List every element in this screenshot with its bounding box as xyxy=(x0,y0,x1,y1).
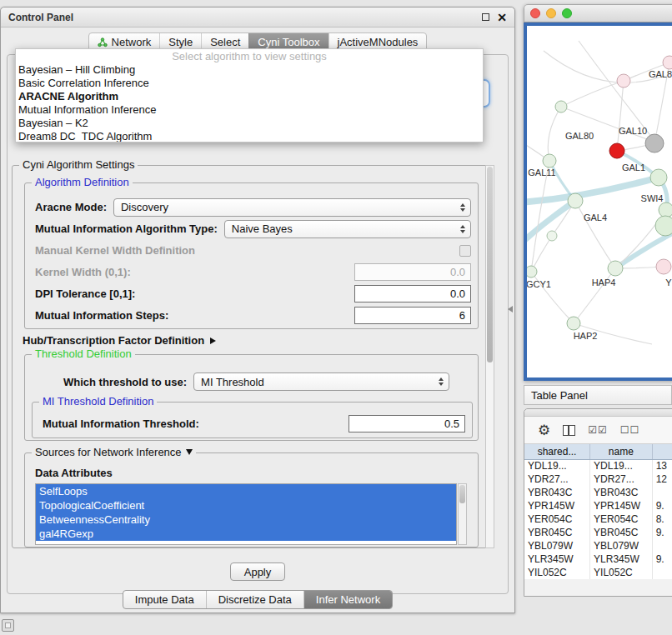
column-header[interactable]: shared... xyxy=(524,444,590,459)
attributes-scrollbar[interactable] xyxy=(458,483,467,545)
docked-panel-icon[interactable] xyxy=(2,619,14,632)
which-threshold-select[interactable]: MI Threshold xyxy=(193,372,449,391)
table-cell xyxy=(652,486,672,499)
network-edge xyxy=(527,178,659,202)
table-cell: 9. xyxy=(652,499,672,512)
tab-label: Cyni Toolbox xyxy=(258,36,319,48)
attribute-item[interactable]: SelfLoops xyxy=(36,484,456,498)
attribute-item[interactable]: gal4RGexp xyxy=(36,527,456,541)
kernel-width-row: Kernel Width (0,1): 0.0 xyxy=(35,262,471,282)
window-title: Control Panel xyxy=(8,12,73,23)
table-cell: YPR145W xyxy=(524,499,590,512)
network-node[interactable] xyxy=(608,261,623,276)
network-window-titlebar[interactable] xyxy=(524,4,672,22)
table-row[interactable]: YBR043CYBR043C xyxy=(524,486,672,499)
node-label: GAL4 xyxy=(584,212,607,222)
close-traffic-light[interactable] xyxy=(530,8,540,18)
mi-algorithm-type-select[interactable]: Naive Bayes xyxy=(224,220,471,238)
network-node[interactable] xyxy=(527,266,537,278)
network-node[interactable] xyxy=(645,134,664,152)
table-row[interactable]: YDL19...YDL19...13 xyxy=(524,459,672,472)
algorithm-option[interactable]: Bayesian – Hill Climbing xyxy=(16,63,483,77)
algorithm-option[interactable]: Mutual Information Inference xyxy=(16,103,483,117)
bottom-tab-discretize-data[interactable]: Discretize Data xyxy=(206,591,303,608)
network-node[interactable] xyxy=(659,202,672,218)
bottom-tab-bar: Impute DataDiscretize DataInfer Network xyxy=(123,590,393,609)
table-cell: YBR045C xyxy=(524,526,590,539)
dpi-tolerance-field[interactable]: 0.0 xyxy=(354,285,471,302)
network-node[interactable] xyxy=(617,74,630,88)
node-label: GAL80 xyxy=(565,131,594,141)
table-row[interactable]: YDR27...YDR27...12 xyxy=(524,472,672,486)
network-node[interactable] xyxy=(547,231,557,241)
table-row[interactable]: YPR145WYPR145W9. xyxy=(524,499,672,512)
network-canvas[interactable]: GAL80GAL10GAL11GAL1SWI4GAL4GCY1HAP4YHAP2… xyxy=(524,22,672,381)
table-row[interactable]: YER054CYER054C8. xyxy=(524,512,672,526)
hub-definition-toggle[interactable]: Hub/Transcription Factor Definition xyxy=(23,334,216,347)
aracne-mode-select[interactable]: Discovery xyxy=(113,198,471,217)
network-node[interactable] xyxy=(655,216,672,236)
network-edge xyxy=(617,81,624,151)
table-row[interactable]: YIL052CYIL052C xyxy=(524,566,672,579)
splitter-collapse-arrow[interactable] xyxy=(508,306,513,312)
collapsed-arrow-icon xyxy=(210,338,216,344)
dpi-tolerance-row: DPI Tolerance [0,1]: 0.0 xyxy=(35,283,471,304)
attribute-item[interactable]: TopologicalCoefficient xyxy=(36,498,456,512)
select-all-icon[interactable]: ☑☑ xyxy=(588,424,608,436)
column-header[interactable] xyxy=(652,444,672,459)
table-cell: YLR345W xyxy=(524,552,590,566)
manual-kernel-checkbox[interactable] xyxy=(459,245,471,257)
node-label: HAP4 xyxy=(592,278,616,288)
scrollbar-thumb[interactable] xyxy=(487,167,493,362)
table-cell: YBR043C xyxy=(590,486,653,499)
table-toolbar: ⚙ ☑☑ ☐☐ xyxy=(524,417,672,444)
tab-label: Style xyxy=(168,36,193,48)
mi-algorithm-type-row: Mutual Information Algorithm Type: Naive… xyxy=(35,218,471,239)
mi-threshold-field[interactable]: 0.5 xyxy=(349,415,465,432)
zoom-traffic-light[interactable] xyxy=(562,8,572,18)
control-panel-titlebar[interactable]: Control Panel ✕ xyxy=(1,8,514,28)
bottom-tab-impute-data[interactable]: Impute Data xyxy=(123,591,206,608)
close-icon[interactable]: ✕ xyxy=(497,12,507,23)
kernel-width-field[interactable]: 0.0 xyxy=(354,263,471,281)
bottom-tab-row: Impute DataDiscretize DataInfer Network xyxy=(1,590,514,609)
mi-steps-field[interactable]: 6 xyxy=(354,307,471,324)
minimize-traffic-light[interactable] xyxy=(546,8,556,18)
algorithm-option[interactable]: ARACNE Algorithm xyxy=(16,90,483,103)
algorithm-option[interactable]: Bayesian – K2 xyxy=(16,117,483,130)
table-row[interactable]: YBR045CYBR045C9. xyxy=(524,526,672,539)
network-node[interactable] xyxy=(663,56,672,69)
expanded-arrow-icon xyxy=(186,449,193,455)
table-cell: YBR045C xyxy=(590,526,653,539)
network-node[interactable] xyxy=(567,317,580,330)
table-row[interactable]: YBL079WYBL079W xyxy=(524,539,672,552)
data-attributes-list: SelfLoopsTopologicalCoefficientBetweenne… xyxy=(35,483,457,545)
which-threshold-value: MI Threshold xyxy=(201,376,264,388)
network-node[interactable] xyxy=(555,101,567,112)
algorithm-option[interactable]: Basic Correlation Inference xyxy=(16,77,483,90)
gear-icon[interactable]: ⚙ xyxy=(538,423,550,438)
columns-icon[interactable] xyxy=(563,425,575,436)
table-row[interactable]: YLR345WYLR345W9. xyxy=(524,552,672,566)
bottom-tab-infer-network[interactable]: Infer Network xyxy=(303,591,392,608)
deselect-all-icon[interactable]: ☐☐ xyxy=(620,424,640,436)
table-panel-header[interactable]: Table Panel xyxy=(524,385,672,405)
column-header[interactable]: name xyxy=(590,444,653,459)
scrollbar-thumb[interactable] xyxy=(459,485,465,503)
network-node[interactable] xyxy=(650,169,667,186)
network-node[interactable] xyxy=(543,154,556,168)
sources-toggle[interactable]: Sources for Network Inference xyxy=(32,446,196,458)
table-window-titlebar[interactable] xyxy=(524,409,672,417)
network-node[interactable] xyxy=(568,193,583,208)
stepper-icon xyxy=(434,378,449,386)
algorithm-option[interactable]: Dream8 DC_TDC Algorithm xyxy=(16,130,483,142)
restore-icon[interactable] xyxy=(482,13,489,21)
network-node[interactable] xyxy=(609,143,624,158)
tab-label: jActiveMNodules xyxy=(338,36,419,48)
hub-definition-label: Hub/Transcription Factor Definition xyxy=(23,334,204,347)
network-node[interactable] xyxy=(656,259,671,274)
aracne-mode-value: Discovery xyxy=(121,201,168,213)
attribute-item[interactable]: BetweennessCentrality xyxy=(36,512,456,527)
settings-scrollbar[interactable] xyxy=(485,165,494,548)
apply-button[interactable]: Apply xyxy=(230,562,285,581)
